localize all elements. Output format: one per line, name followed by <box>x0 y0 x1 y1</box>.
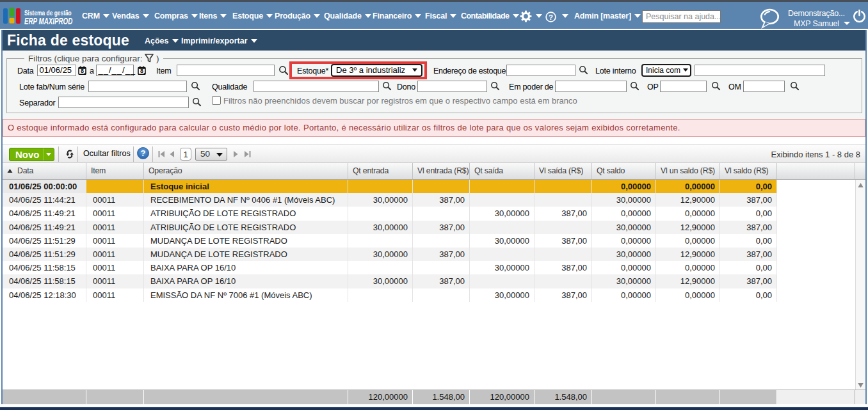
svg-text:8: 8 <box>140 68 143 74</box>
svg-text:8: 8 <box>81 68 84 74</box>
svg-text:?: ? <box>549 13 553 21</box>
